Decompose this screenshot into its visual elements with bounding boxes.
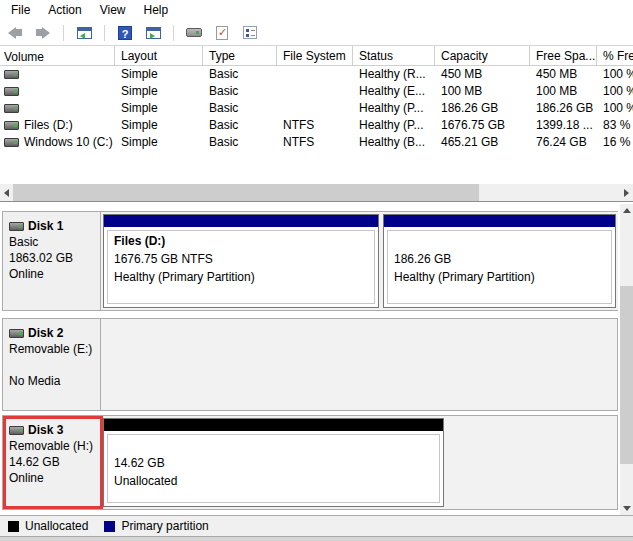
menu-view[interactable]: View (91, 1, 135, 19)
scroll-down-icon (623, 506, 631, 511)
table-header-row: Volume Layout Type File System Status Ca… (0, 46, 633, 66)
cell-file-system: NTFS (277, 117, 353, 134)
disk2-label-panel[interactable]: Disk 2 Removable (E:) No Media (3, 319, 101, 410)
column-header-layout[interactable]: Layout (115, 46, 203, 65)
forward-icon (36, 27, 50, 39)
partition-files-d[interactable]: Files (D:) 1676.75 GB NTFS Healthy (Prim… (103, 214, 379, 308)
cell-status: Healthy (E... (353, 83, 435, 100)
show-action-pane-button[interactable] (142, 23, 164, 43)
disk-size: 1863.02 GB (9, 250, 96, 266)
unallocated-color-swatch (8, 521, 19, 532)
column-header-free-space[interactable]: Free Spa... (530, 46, 597, 65)
properties-button[interactable] (239, 23, 261, 43)
volume-list-pane: Volume Layout Type File System Status Ca… (0, 46, 633, 201)
legend-label: Unallocated (25, 519, 88, 533)
forward-button[interactable] (32, 23, 54, 43)
disk1-label-panel[interactable]: Disk 1 Basic 1863.02 GB Online (3, 212, 101, 310)
legend-item-primary-partition: Primary partition (104, 519, 208, 533)
toolbar-separator (104, 25, 105, 41)
disk-icon (9, 426, 24, 435)
cell-percent-free: 16 % (597, 134, 633, 151)
partition-detail: 186.26 GB (394, 250, 605, 268)
cell-type: Basic (203, 117, 277, 134)
cell-capacity: 100 MB (435, 83, 530, 100)
scroll-up-button[interactable] (620, 204, 633, 217)
toolbar: ? (0, 20, 633, 46)
cell-percent-free: 100 % (597, 100, 633, 117)
disk-row-disk1: Disk 1 Basic 1863.02 GB Online Files (D:… (2, 211, 618, 311)
cell-percent-free: 100 % (597, 83, 633, 100)
cell-free-space: 100 MB (530, 83, 597, 100)
properties-list-icon (243, 26, 257, 39)
disk-size: 14.62 GB (9, 454, 96, 470)
column-header-file-system[interactable]: File System (277, 46, 353, 65)
column-header-capacity[interactable]: Capacity (435, 46, 530, 65)
cell-file-system (277, 66, 353, 83)
help-button[interactable]: ? (114, 23, 136, 43)
horizontal-scrollbar-thumb[interactable] (13, 184, 479, 201)
disk1-partitions-area: Files (D:) 1676.75 GB NTFS Healthy (Prim… (101, 212, 618, 310)
column-header-type[interactable]: Type (203, 46, 277, 65)
table-row-windows-10-c[interactable]: Windows 10 (C:) Simple Basic NTFS Health… (0, 134, 633, 151)
scroll-left-button[interactable] (0, 184, 13, 201)
horizontal-scrollbar[interactable] (0, 184, 633, 201)
disk-graphical-pane: Disk 1 Basic 1863.02 GB Online Files (D:… (0, 204, 633, 515)
disk-size (9, 357, 96, 373)
cell-capacity: 465.21 GB (435, 134, 530, 151)
disk-name: Disk 2 (28, 326, 63, 340)
table-row-files-d[interactable]: Files (D:) Simple Basic NTFS Healthy (P.… (0, 117, 633, 134)
column-header-status[interactable]: Status (353, 46, 435, 65)
partition-unallocated[interactable]: 14.62 GB Unallocated (103, 418, 444, 507)
disk-device-icon (186, 28, 202, 37)
cell-file-system: NTFS (277, 134, 353, 151)
table-row-volume-3[interactable]: Simple Basic Healthy (P... 186.26 GB 186… (0, 100, 633, 117)
back-icon (8, 27, 22, 39)
scroll-down-button[interactable] (620, 502, 633, 515)
vertical-scrollbar[interactable] (620, 204, 633, 515)
back-button[interactable] (4, 23, 26, 43)
cell-status: Healthy (P... (353, 100, 435, 117)
table-row-volume-1[interactable]: Simple Basic Healthy (R... 450 MB 450 MB… (0, 66, 633, 83)
partition-color-bar (384, 215, 615, 227)
disk-row-disk2: Disk 2 Removable (E:) No Media (2, 318, 618, 411)
primary-partition-color-swatch (104, 521, 115, 532)
disk-kind: Removable (E:) (9, 341, 96, 357)
column-header-percent-free[interactable]: % Fre (597, 46, 633, 65)
toolbar-separator (63, 25, 64, 41)
partition-name (394, 232, 605, 250)
menu-bar: File Action View Help (0, 0, 633, 20)
menu-file[interactable]: File (2, 1, 39, 19)
cell-free-space: 1399.18 ... (530, 117, 597, 134)
action-pane-icon (146, 27, 161, 39)
cell-volume: Files (D:) (0, 117, 115, 134)
cell-layout: Simple (115, 117, 203, 134)
cell-free-space: 76.24 GB (530, 134, 597, 151)
window-bottom-edge (0, 536, 633, 541)
menu-action[interactable]: Action (39, 1, 90, 19)
cell-status: Healthy (R... (353, 66, 435, 83)
disk-device-button[interactable] (183, 23, 205, 43)
partition-186gb[interactable]: 186.26 GB Healthy (Primary Partition) (383, 214, 616, 308)
disk-row-disk3: Disk 3 Removable (H:) 14.62 GB Online 14… (2, 415, 618, 510)
cell-layout: Simple (115, 66, 203, 83)
scroll-right-button[interactable] (620, 184, 633, 201)
volume-icon (4, 104, 19, 113)
disk-icon (9, 329, 24, 338)
legend-bar: Unallocated Primary partition (0, 515, 633, 536)
disk-name: Disk 1 (28, 219, 63, 233)
vertical-scrollbar-thumb[interactable] (620, 286, 633, 464)
cell-file-system (277, 100, 353, 117)
disk-name: Disk 3 (28, 423, 63, 437)
partition-name: Files (D:) (114, 232, 368, 250)
scroll-right-icon (624, 189, 629, 197)
column-header-volume[interactable]: Volume (0, 46, 115, 65)
partition-detail: 14.62 GB (114, 454, 433, 472)
check-document-button[interactable] (211, 23, 233, 43)
show-console-tree-button[interactable] (73, 23, 95, 43)
disk3-label-panel[interactable]: Disk 3 Removable (H:) 14.62 GB Online (3, 416, 101, 509)
disk2-partitions-area (101, 319, 617, 410)
cell-volume (0, 83, 115, 100)
table-row-volume-2[interactable]: Simple Basic Healthy (E... 100 MB 100 MB… (0, 83, 633, 100)
cell-volume (0, 100, 115, 117)
menu-help[interactable]: Help (135, 1, 178, 19)
